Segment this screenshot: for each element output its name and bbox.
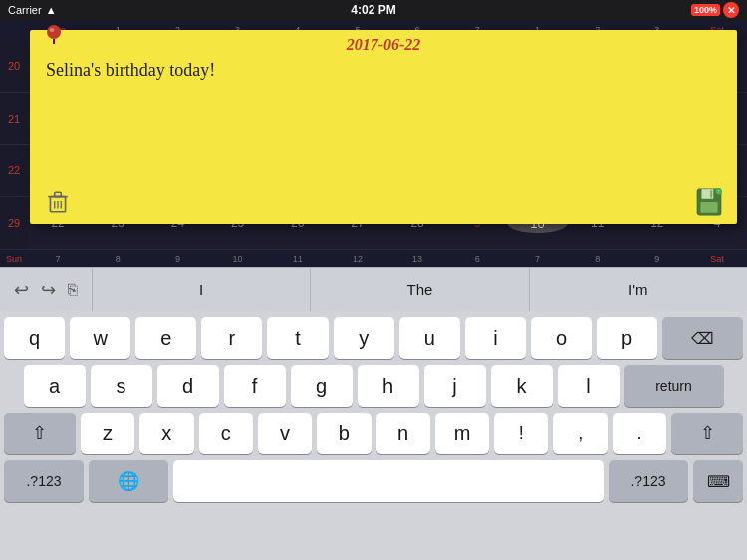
undo-redo-area: ↩ ↪ ⎘ [0, 268, 93, 311]
svg-rect-5 [55, 192, 62, 196]
key-p[interactable]: p [597, 317, 657, 359]
battery-badge: 100% [691, 4, 720, 16]
sticky-note-content[interactable]: Selina's birthday today! [30, 56, 737, 182]
key-n[interactable]: n [376, 413, 430, 454]
undo-button[interactable]: ↩ [14, 279, 29, 301]
save-button[interactable]: ↑ [693, 186, 725, 218]
svg-point-1 [50, 28, 55, 32]
keys-section: q w e r t y u i o p ⌫ a s d f g h j k l … [0, 311, 747, 502]
return-key[interactable]: return [624, 365, 724, 407]
svg-point-0 [47, 25, 61, 39]
redo-button[interactable]: ↪ [41, 279, 56, 301]
key-j[interactable]: j [424, 365, 486, 407]
key-l[interactable]: l [558, 365, 620, 407]
key-y[interactable]: y [334, 317, 394, 359]
cal-sun-bottom: Sun [0, 250, 28, 267]
key-w[interactable]: w [70, 317, 130, 359]
autocorrect-suggestion-1[interactable]: I [93, 268, 311, 311]
key-row-1: q w e r t y u i o p ⌫ [4, 317, 743, 359]
key-exclaim[interactable]: ! [494, 413, 548, 454]
sticky-note: 2017-06-22 Selina's birthday today! [30, 30, 737, 224]
key-d[interactable]: d [157, 365, 219, 407]
key-t[interactable]: t [267, 317, 328, 359]
key-z[interactable]: z [81, 413, 134, 454]
key-comma[interactable]: , [553, 413, 607, 454]
numbers-key-left[interactable]: .?123 [4, 460, 84, 502]
key-k[interactable]: k [491, 365, 553, 407]
pin-icon [44, 24, 64, 44]
space-key[interactable] [173, 460, 604, 502]
key-x[interactable]: x [139, 413, 193, 454]
delete-key[interactable]: ⌫ [662, 317, 743, 359]
key-row-2: a s d f g h j k l return [4, 365, 743, 407]
key-i[interactable]: i [465, 317, 526, 359]
week-num-22: 22 [0, 145, 28, 197]
autocorrect-suggestion-3[interactable]: I'm [530, 268, 747, 311]
carrier-text: Carrier [8, 4, 42, 16]
status-bar: Carrier ▲ 4:02 PM 100% ✕ [0, 0, 747, 20]
calendar-area: Sun 1 2 3 4 5 6 7 1 2 3 Sat 20 1 2 3 4 [0, 20, 747, 267]
key-period[interactable]: . [613, 413, 666, 454]
svg-rect-12 [710, 190, 712, 198]
key-b[interactable]: b [317, 413, 371, 454]
sticky-note-date: 2017-06-22 [30, 30, 737, 56]
close-icon[interactable]: ✕ [723, 2, 739, 18]
key-e[interactable]: e [135, 317, 196, 359]
key-a[interactable]: a [24, 365, 86, 407]
emoji-keyboard-key[interactable]: ⌨ [693, 460, 743, 502]
paste-button[interactable]: ⎘ [68, 281, 78, 299]
globe-key[interactable]: 🌐 [89, 460, 168, 502]
autocorrect-suggestion-2[interactable]: The [311, 268, 529, 311]
battery-area: 100% ✕ [691, 2, 739, 18]
key-g[interactable]: g [291, 365, 353, 407]
time-display: 4:02 PM [351, 3, 395, 17]
key-o[interactable]: o [531, 317, 592, 359]
key-f[interactable]: f [224, 365, 286, 407]
key-r[interactable]: r [201, 317, 262, 359]
key-q[interactable]: q [4, 317, 65, 359]
week-num-29: 29 [0, 197, 28, 249]
cal-sat-bottom: Sat [687, 250, 747, 267]
trash-button[interactable] [42, 186, 74, 218]
wifi-icon: ▲ [46, 4, 57, 16]
key-row-3: ⇧ z x c v b n m ! , . ⇧ [4, 413, 743, 454]
shift-key-left[interactable]: ⇧ [4, 413, 76, 454]
key-h[interactable]: h [358, 365, 419, 407]
svg-rect-11 [700, 202, 717, 213]
key-v[interactable]: v [258, 413, 312, 454]
svg-text:↑: ↑ [717, 188, 720, 194]
key-u[interactable]: u [399, 317, 460, 359]
key-m[interactable]: m [435, 413, 489, 454]
autocorrect-bar: ↩ ↪ ⎘ I The I'm [0, 267, 747, 311]
carrier-label: Carrier ▲ [8, 4, 57, 16]
key-c[interactable]: c [199, 413, 253, 454]
numbers-key-right[interactable]: .?123 [609, 460, 688, 502]
key-row-4: .?123 🌐 .?123 ⌨ [4, 460, 743, 502]
keyboard-area: ↩ ↪ ⎘ I The I'm q w e r t y u i o p ⌫ [0, 267, 747, 560]
week-num-20: 20 [0, 40, 28, 92]
week-num-21: 21 [0, 93, 28, 144]
shift-key-right[interactable]: ⇧ [671, 413, 743, 454]
key-s[interactable]: s [91, 365, 152, 407]
